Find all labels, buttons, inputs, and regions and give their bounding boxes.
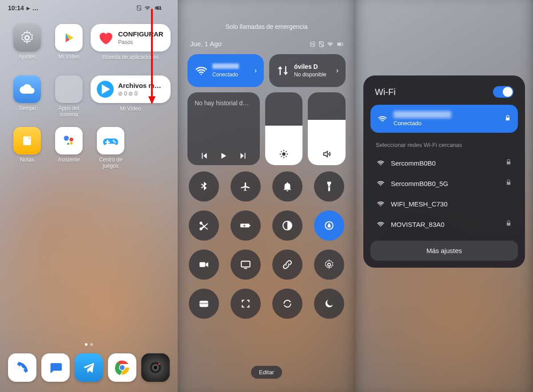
chrome-icon — [114, 359, 131, 376]
brightness-slider[interactable] — [265, 92, 303, 165]
dock — [5, 349, 172, 386]
dock-camera[interactable] — [141, 353, 170, 382]
bluetooth-icon — [198, 181, 210, 192]
app-tiempo[interactable]: Tiempo — [7, 75, 47, 125]
ssid-blurred — [394, 111, 451, 118]
toggle-hotspot[interactable] — [272, 249, 302, 280]
toggle-dark-mode[interactable] — [272, 210, 302, 241]
cloud-icon — [18, 80, 36, 98]
toggle-airplane[interactable] — [231, 171, 261, 202]
folder-icon — [55, 75, 83, 103]
toggle-battery-saver[interactable] — [231, 210, 261, 241]
page-indicator — [0, 343, 178, 346]
app-centro-juegos[interactable]: Centro de juegos — [91, 127, 131, 177]
brightness-icon — [279, 149, 289, 159]
airplane-icon — [240, 181, 251, 192]
dock-telegram[interactable] — [75, 353, 103, 382]
next-icon[interactable] — [238, 151, 248, 161]
chat-icon — [48, 360, 63, 375]
toggle-screen-record[interactable] — [189, 249, 219, 280]
lock-icon — [505, 220, 512, 228]
dock-phone[interactable] — [8, 353, 36, 382]
edit-button[interactable]: Editar — [251, 366, 282, 379]
volume-icon — [322, 149, 332, 159]
ssid-blurred — [212, 63, 239, 69]
app-notas[interactable]: Notas — [7, 127, 47, 177]
nfc-icon — [309, 41, 316, 48]
lock-icon — [505, 179, 512, 187]
network-item[interactable]: WIFI_MESH_C730 — [370, 194, 518, 214]
camera-icon — [147, 359, 164, 376]
cast-icon — [240, 259, 251, 270]
status-play-icon: ▸ — [27, 4, 30, 12]
mobile-data-tile[interactable]: óviles D No disponible › — [269, 54, 346, 87]
toggle-wallet[interactable] — [189, 289, 219, 319]
network-item[interactable]: MOVISTAR_83A0 — [370, 214, 518, 234]
scan-icon — [240, 298, 251, 309]
rotation-lock-icon — [323, 220, 335, 231]
network-item[interactable]: SercommB0B0_5G — [370, 173, 518, 194]
battery-plus-icon — [240, 220, 251, 231]
app-asistente[interactable]: Asistente — [49, 127, 89, 177]
wifi-settings: Wi-Fi Conectado Seleccionar redes Wi-Fi … — [355, 0, 533, 392]
svg-point-35 — [154, 366, 157, 369]
phone-icon — [15, 360, 30, 375]
toggle-night[interactable] — [314, 289, 344, 319]
toggle-screenshot[interactable] — [189, 210, 219, 241]
svg-marker-38 — [148, 96, 155, 104]
toggle-scanner[interactable] — [231, 289, 261, 319]
play-circle-icon — [97, 81, 114, 98]
folder-apps-sistema[interactable]: Apps del sistema — [49, 75, 89, 125]
prev-icon[interactable] — [199, 151, 209, 161]
wifi-switch[interactable] — [493, 86, 513, 98]
link-icon — [282, 259, 293, 270]
network-item[interactable]: SercommB0B0 — [370, 153, 518, 173]
dock-messages[interactable] — [41, 353, 70, 382]
svg-point-28 — [113, 140, 115, 142]
chevron-right-icon: › — [336, 67, 338, 75]
assistant-icon — [61, 133, 76, 148]
wifi-tile[interactable]: Conectado › — [187, 54, 264, 87]
wifi-title: Wi-Fi — [375, 87, 396, 97]
wifi-icon — [195, 64, 208, 77]
no-sim-icon — [136, 5, 142, 11]
toggle-bluetooth[interactable] — [189, 171, 219, 202]
heart-icon — [97, 29, 114, 46]
bell-icon — [282, 181, 293, 192]
svg-point-26 — [70, 142, 73, 145]
qs-date: Jue, 1 Ago — [190, 40, 222, 48]
connected-network[interactable]: Conectado — [370, 105, 518, 133]
contrast-icon — [282, 220, 293, 231]
svg-point-24 — [64, 136, 69, 141]
app-mivideo[interactable]: Mi Vídeo — [49, 24, 89, 74]
gear-icon — [19, 30, 35, 46]
chevron-right-icon: › — [255, 67, 257, 75]
more-settings-button[interactable]: Más ajustes — [370, 241, 518, 261]
play-icon — [61, 30, 76, 45]
toggle-rotation-lock[interactable] — [314, 210, 344, 241]
svg-rect-23 — [23, 136, 31, 145]
emergency-text: Solo llamadas de emergencia — [178, 23, 355, 30]
svg-point-27 — [67, 143, 69, 145]
battery-icon — [336, 41, 345, 48]
annotation-arrow — [147, 9, 160, 108]
app-ajustes[interactable]: Ajustes — [7, 24, 47, 74]
dock-chrome[interactable] — [108, 353, 136, 382]
volume-slider[interactable] — [308, 92, 346, 165]
lock-icon — [505, 159, 512, 167]
svg-point-36 — [158, 363, 160, 365]
toggle-cast[interactable] — [231, 249, 261, 280]
wifi-icon — [377, 220, 385, 228]
play-icon[interactable] — [219, 151, 228, 161]
toggle-flashlight[interactable] — [314, 171, 344, 202]
qs-status-icons — [309, 41, 345, 48]
wifi-icon — [378, 114, 387, 124]
toggle-dnd[interactable] — [272, 171, 302, 202]
toggle-settings[interactable] — [314, 249, 344, 280]
toggle-sync[interactable] — [272, 289, 302, 319]
quick-settings: Solo llamadas de emergencia Jue, 1 Ago C… — [178, 0, 355, 392]
media-tile[interactable]: No hay historial d… — [187, 92, 260, 165]
wifi-icon — [377, 179, 385, 187]
note-icon — [20, 134, 34, 147]
wifi-icon — [327, 41, 334, 48]
